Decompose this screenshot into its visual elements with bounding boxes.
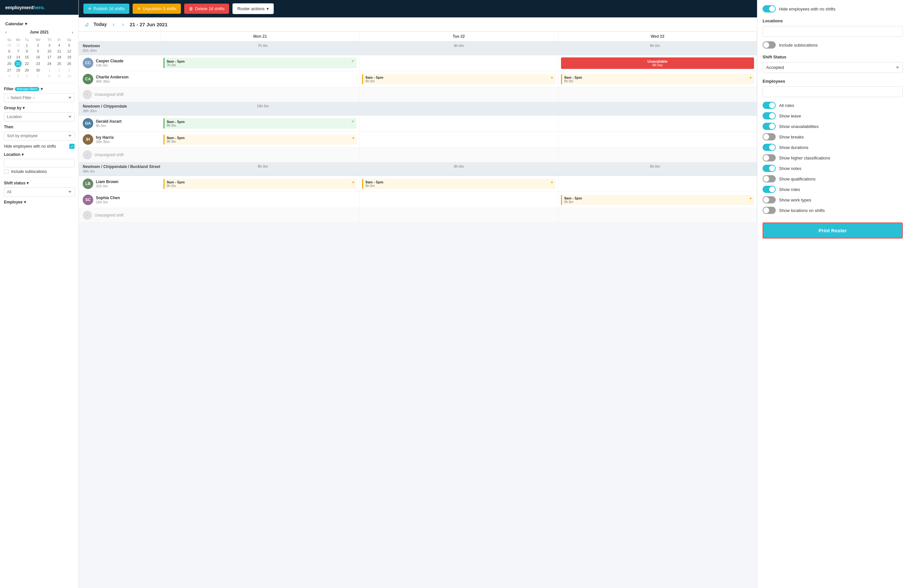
calendar-day[interactable]: 19 [64,54,74,60]
shift-block[interactable]: 9am - 5pm✓7h 0m [164,58,356,68]
shift-cell[interactable]: 9am - 5pm✓8h 0m [161,116,359,131]
calendar-day[interactable]: 7 [14,48,22,54]
filter-icon[interactable]: ⊿ [84,21,89,28]
delete-button[interactable]: 🗑 Delete 16 shifts [184,3,229,14]
filter-label[interactable]: Filter Manage filters ▾ [4,87,74,91]
calendar-day[interactable]: 25 [55,60,64,67]
toggle-show-locations-on-shifts[interactable] [763,207,776,214]
toggle-show-work-types[interactable] [763,196,776,204]
shift-block[interactable]: 9am - 5pm✓8h 0m [164,118,356,129]
calendar-day[interactable]: 9 [55,73,64,79]
unpublish-button[interactable]: ✕ Unpublish 3 shifts [133,3,181,14]
manage-filters-badge[interactable]: Manage filters [15,87,39,91]
print-roster-button[interactable]: Print Roster [763,222,903,239]
shift-block[interactable]: 9am - 5pm●8h 0m [362,179,555,189]
roster-actions-button[interactable]: Roster actions ▾ [232,3,274,14]
shift-cell[interactable] [359,132,558,147]
toggle-show-notes[interactable] [763,165,776,172]
shift-cell-empty[interactable] [161,87,359,102]
shift-cell[interactable] [359,116,558,131]
calendar-day[interactable]: 6 [22,73,32,79]
calendar-day[interactable]: 2 [32,42,44,48]
shift-block[interactable]: 9am - 5pm●8h 0m [561,195,754,205]
prev-week-button[interactable]: ‹ [111,21,116,28]
calendar-day[interactable]: 10 [44,48,55,54]
shift-cell[interactable]: 9am - 5pm●8h 0m [359,71,558,87]
calendar-day[interactable]: 22 [22,60,32,67]
group-by-dropdown[interactable]: Location [4,112,74,121]
toggle-show-roles[interactable] [763,186,776,193]
calendar-day[interactable]: 4 [55,42,64,48]
shift-block[interactable]: 9am - 5pm●8h 0m [164,135,356,145]
shift-cell-empty[interactable] [161,208,359,222]
toggle-show-higher-classifications[interactable] [763,154,776,161]
shift-cell[interactable] [161,192,359,208]
shift-cell-empty[interactable] [559,148,757,162]
panel-shift-status-select[interactable]: Accepted [763,62,903,73]
calendar-day[interactable]: 28 [14,67,22,73]
calendar-day[interactable]: 5 [64,42,74,48]
shift-status-label[interactable]: Shift status ▾ [4,181,74,185]
shift-cell[interactable] [559,116,757,131]
shift-cell[interactable]: 9am - 5pm✓7h 0m [161,55,359,71]
panel-employees-input[interactable] [763,86,903,97]
calendar-day[interactable]: 1 [44,67,55,73]
shift-cell[interactable] [359,55,558,71]
shift-cell[interactable] [559,132,757,147]
calendar-day[interactable]: 3 [44,42,55,48]
calendar-day[interactable]: 5 [14,73,22,79]
toggle-show-durations[interactable] [763,144,776,151]
toggle-show-breaks[interactable] [763,133,776,140]
shift-cell[interactable]: 9am - 5pm●8h 0m [359,176,558,192]
shift-cell-empty[interactable] [359,148,558,162]
calendar-header[interactable]: Calendar ▾ [4,19,74,29]
shift-cell[interactable]: 9am - 5pm●8h 0m [559,192,757,208]
shift-block[interactable]: 9am - 5pm●8h 0m [362,74,555,84]
calendar-day[interactable]: 21 [14,60,22,67]
shift-cell-empty[interactable] [161,148,359,162]
shift-cell[interactable]: 9am - 5pm●8h 0m [559,71,757,87]
calendar-day[interactable]: 18 [55,54,64,60]
next-week-button[interactable]: › [121,21,125,28]
calendar-day[interactable]: 13 [4,54,14,60]
include-sublocations-checkbox[interactable] [4,169,8,174]
calendar-day[interactable]: 30 [32,67,44,73]
employee-section-label[interactable]: Employee ▾ [4,200,74,204]
calendar-day[interactable]: 6 [4,48,14,54]
today-button[interactable]: Today [93,22,107,27]
toggle-show-qualifications[interactable] [763,175,776,182]
location-input[interactable] [4,159,74,167]
calendar-day[interactable]: 3 [64,67,74,73]
next-month-button[interactable]: › [70,29,74,35]
calendar-day[interactable]: 14 [14,54,22,60]
calendar-day[interactable]: 4 [4,73,14,79]
calendar-day[interactable]: 1 [22,42,32,48]
panel-include-sublocations-toggle[interactable] [763,41,776,48]
shift-cell-empty[interactable] [559,87,757,102]
calendar-day[interactable]: 10 [64,73,74,79]
shift-cell[interactable]: UnavailableAll Day [559,55,757,71]
toggle-all-roles[interactable] [763,102,776,109]
calendar-day[interactable]: 17 [44,54,55,60]
toggle-show-leave[interactable] [763,112,776,119]
shift-cell-empty[interactable] [359,208,558,222]
calendar-day[interactable]: 9 [32,48,44,54]
calendar-day[interactable]: 20 [4,60,14,67]
calendar-day[interactable]: 8 [22,48,32,54]
calendar-day[interactable]: 15 [22,54,32,60]
shift-cell-empty[interactable] [559,208,757,222]
toggle-show-unavailabilities[interactable] [763,123,776,130]
hide-no-shifts-toggle[interactable] [763,5,776,13]
prev-month-button[interactable]: ‹ [4,29,8,35]
calendar-day[interactable]: 2 [55,67,64,73]
calendar-day[interactable]: 8 [44,73,55,79]
calendar-day[interactable]: 16 [32,54,44,60]
shift-block[interactable]: 9am - 5pm●8h 0m [561,74,754,84]
select-filter-dropdown[interactable]: -- Select Filter -- [4,93,74,102]
shift-block[interactable]: 9am - 5pm●8h 0m [164,179,356,189]
calendar-day[interactable]: 26 [64,60,74,67]
calendar-day[interactable]: 24 [44,60,55,67]
group-by-label[interactable]: Group by ▾ [4,106,74,110]
location-section-label[interactable]: Location ▾ [4,152,74,157]
panel-locations-input[interactable] [763,26,903,37]
